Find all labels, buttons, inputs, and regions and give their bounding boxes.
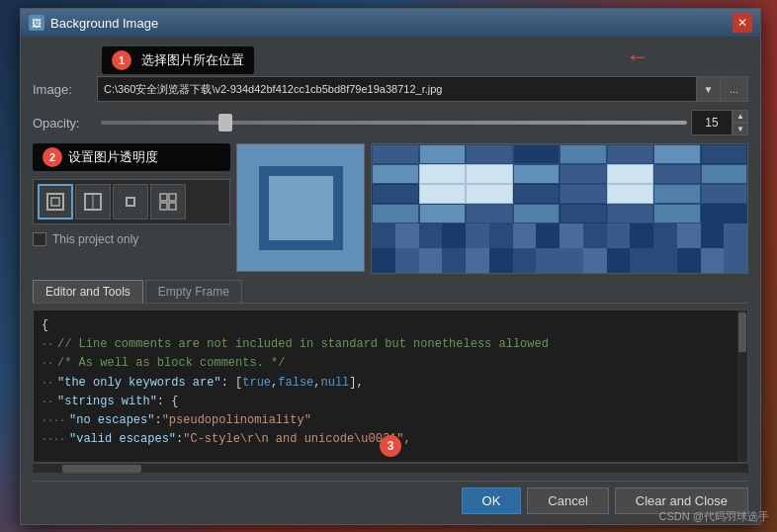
opacity-spinners: ▲ ▼ (733, 110, 748, 135)
tile-option-2[interactable] (75, 184, 111, 220)
code-line-5: ···· "no escapes" : "pseudopolinomiality… (42, 411, 739, 430)
dialog-body: 1 选择图片所在位置 → Image: ▼ ... Opacity: (21, 37, 760, 524)
watermark: CSDN @代码羽球选手 (659, 509, 769, 524)
code-scrollbar-thumb[interactable] (738, 312, 746, 352)
project-only-checkbox[interactable] (33, 232, 46, 246)
close-button[interactable]: ✕ (733, 13, 752, 33)
svg-rect-7 (160, 203, 167, 210)
code-line-2: ·· /* As well as block comments. */ (42, 354, 739, 373)
opacity-row: Opacity: 15 ▲ ▼ (33, 110, 748, 135)
left-panel: 2 设置图片透明度 (33, 143, 230, 274)
image-row: Image: ▼ ... (33, 76, 748, 102)
cancel-button[interactable]: Cancel (527, 488, 608, 514)
title-bar: 🖼 Background Image ✕ (21, 9, 760, 37)
dialog-title: Background Image (50, 16, 158, 31)
code-line-1: ·· // Line comments are not included in … (42, 335, 739, 354)
tab-empty-frame[interactable]: Empty Frame (145, 280, 242, 303)
tile-option-3[interactable] (113, 184, 148, 220)
preview-inner (259, 166, 343, 250)
button-row: OK Cancel Clear and Close (33, 481, 748, 514)
svg-rect-6 (169, 194, 176, 201)
annotation-3-container: 3 (380, 435, 401, 457)
image-path-input[interactable] (97, 76, 697, 102)
code-h-scrollbar[interactable] (33, 463, 748, 473)
project-only-label: This project only (52, 232, 138, 246)
annotation-circle-3: 3 (380, 435, 401, 457)
opacity-label: Opacity: (33, 116, 97, 131)
opacity-up-button[interactable]: ▲ (733, 110, 748, 123)
image-browse-button[interactable]: ... (721, 76, 748, 102)
preview-box (236, 143, 365, 272)
opacity-slider-thumb[interactable] (218, 114, 232, 132)
svg-rect-1 (51, 198, 59, 206)
svg-rect-4 (127, 198, 134, 206)
ok-button[interactable]: OK (462, 488, 522, 514)
title-bar-left: 🖼 Background Image (29, 15, 158, 31)
svg-rect-5 (160, 194, 167, 201)
code-line-3: ·· "the only keywords are" : [ true , fa… (42, 374, 739, 393)
tile-option-4[interactable] (150, 184, 186, 220)
tile-option-1[interactable] (38, 184, 73, 220)
tiled-patterns (371, 143, 748, 274)
image-label: Image: (33, 82, 97, 97)
tile-options (33, 179, 230, 224)
code-scrollbar[interactable] (737, 310, 747, 462)
svg-rect-8 (169, 203, 176, 210)
annotation-2: 2 设置图片透明度 (33, 143, 230, 171)
tab-editor-tools[interactable]: Editor and Tools (33, 280, 143, 303)
image-dropdown-button[interactable]: ▼ (697, 76, 721, 102)
code-line-4: ·· "strings with" : { (42, 393, 739, 411)
checkbox-row: This project only (33, 232, 230, 246)
annotation-1: 1 选择图片所在位置 (102, 46, 254, 74)
middle-section: 2 设置图片透明度 (33, 143, 748, 274)
tabs-row: Editor and Tools Empty Frame (33, 280, 748, 304)
opacity-slider-track[interactable] (101, 121, 687, 125)
code-h-scrollbar-thumb[interactable] (62, 465, 141, 473)
window-icon: 🖼 (29, 15, 44, 31)
opacity-value: 15 (691, 110, 733, 135)
tiled-big (372, 144, 747, 223)
dialog-window: 🖼 Background Image ✕ 1 选择图片所在位置 → Image:… (20, 8, 761, 525)
tiled-small (372, 223, 747, 273)
svg-rect-0 (47, 194, 63, 210)
arrow-1: → (626, 43, 649, 70)
code-line-0: { (42, 316, 739, 335)
opacity-down-button[interactable]: ▼ (733, 123, 748, 135)
backdrop: 🖼 Background Image ✕ 1 选择图片所在位置 → Image:… (0, 0, 777, 532)
